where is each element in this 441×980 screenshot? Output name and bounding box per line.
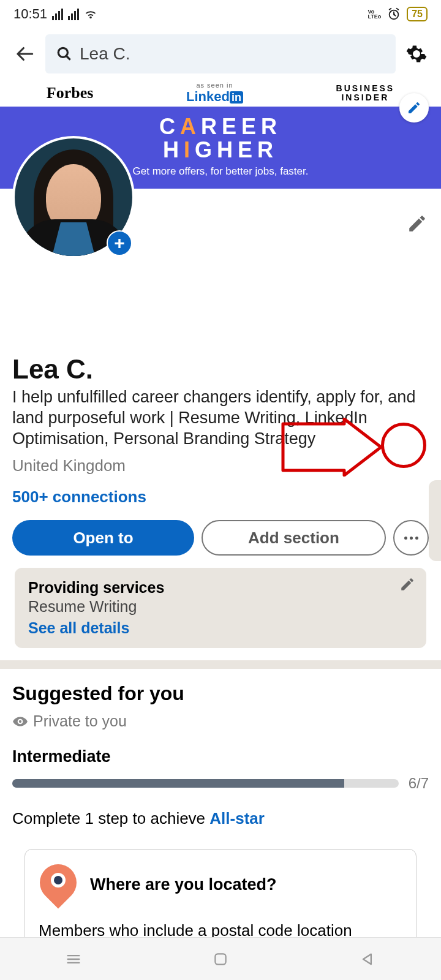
location-detail: Members who include a postal code locati…	[39, 921, 402, 937]
search-value: Lea C.	[80, 44, 130, 64]
profile-headline: I help unfulfilled career changers ident…	[12, 387, 429, 449]
profile-avatar[interactable]: +	[12, 136, 135, 258]
progress-count: 6/7	[409, 775, 429, 792]
more-actions-button[interactable]	[393, 520, 429, 556]
recent-apps-button[interactable]	[60, 946, 87, 973]
step-text: Complete 1 step to achieve All-star	[12, 809, 429, 828]
square-icon	[213, 951, 228, 967]
profile-info: Lea C. I help unfulfilled career changer…	[0, 354, 441, 507]
profile-location: United Kingdom	[12, 456, 429, 475]
menu-icon	[65, 951, 82, 968]
action-row: Open to Add section	[0, 520, 441, 556]
forbes-logo: Forbes	[47, 84, 94, 102]
wifi-icon	[84, 7, 97, 21]
back-nav-button[interactable]	[354, 946, 381, 973]
signal-icon-2	[68, 9, 79, 20]
progress-row: 6/7	[12, 775, 429, 792]
progress-bar	[12, 779, 399, 788]
signal-icon-1	[52, 9, 63, 20]
edit-banner-button[interactable]	[399, 93, 429, 123]
gear-icon	[405, 43, 428, 65]
connections-link[interactable]: 500+ connections	[12, 488, 429, 507]
profile-name: Lea C.	[12, 354, 429, 385]
status-time: 10:51	[13, 6, 47, 22]
location-question: Where are you located?	[90, 875, 277, 894]
status-right: Vo LTEo 75	[368, 7, 428, 21]
map-pin-icon	[39, 862, 78, 907]
add-photo-button[interactable]: +	[107, 230, 132, 256]
add-section-button[interactable]: Add section	[202, 520, 386, 556]
pencil-icon	[399, 576, 415, 592]
back-button[interactable]	[11, 40, 38, 67]
private-label: Private to you	[12, 712, 429, 730]
status-left: 10:51	[13, 6, 97, 22]
pencil-icon	[407, 100, 421, 115]
services-link[interactable]: See all details	[28, 619, 413, 637]
search-input[interactable]: Lea C.	[45, 34, 396, 74]
top-bar: Lea C.	[0, 28, 441, 80]
eye-icon	[12, 714, 28, 729]
bi-logo: BUSINESSINSIDER	[336, 84, 395, 103]
settings-button[interactable]	[403, 40, 430, 67]
volte-icon: Vo LTEo	[368, 9, 381, 19]
suggested-section: Suggested for you Private to you Interme…	[0, 669, 441, 937]
svg-rect-2	[215, 954, 225, 964]
suggested-title: Suggested for you	[12, 682, 429, 705]
linkedin-logo: as seen in Linkedin	[186, 81, 243, 105]
section-divider	[0, 660, 441, 669]
scroll-content[interactable]: Forbes as seen in Linkedin BUSINESSINSID…	[0, 80, 441, 937]
system-nav-bar	[0, 937, 441, 980]
services-title: Providing services	[28, 579, 413, 597]
banner-logos: Forbes as seen in Linkedin BUSINESSINSID…	[0, 80, 441, 107]
location-suggestion-card: Where are you located? Members who inclu…	[24, 849, 417, 937]
allstar-link[interactable]: All-star	[209, 809, 265, 827]
profile-level: Intermediate	[12, 747, 429, 766]
battery-icon: 75	[407, 7, 428, 21]
pencil-icon	[407, 213, 428, 234]
open-to-button[interactable]: Open to	[12, 520, 194, 556]
services-detail: Resume Writing	[28, 598, 413, 616]
alarm-icon	[387, 7, 401, 21]
status-bar: 10:51 Vo LTEo 75	[0, 0, 441, 28]
next-card-peek[interactable]	[429, 480, 441, 561]
location-header: Where are you located?	[39, 862, 402, 907]
home-button[interactable]	[207, 946, 234, 973]
search-icon	[56, 46, 72, 62]
edit-services-button[interactable]	[399, 576, 415, 595]
triangle-back-icon	[359, 951, 376, 968]
services-card[interactable]: Providing services Resume Writing See al…	[15, 568, 426, 648]
edit-profile-button[interactable]	[407, 213, 428, 236]
